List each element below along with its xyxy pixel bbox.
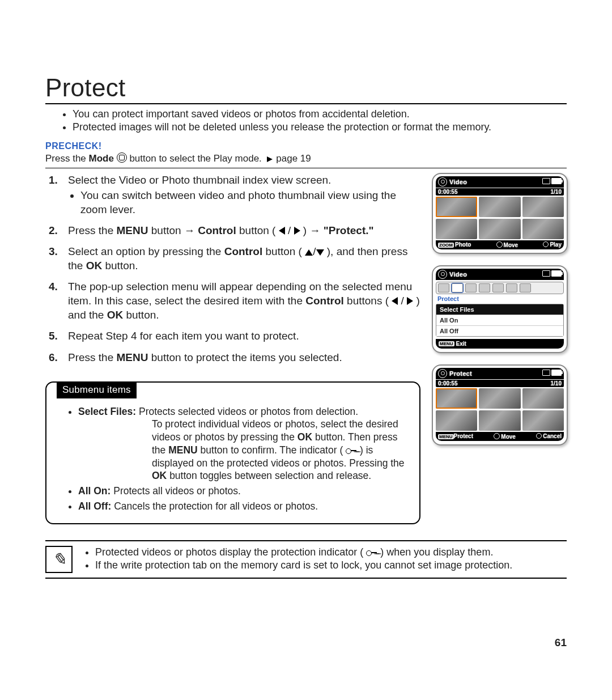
tab-icon: [479, 283, 490, 292]
submenu-select-files: Select Files: Protects selected videos o…: [78, 405, 408, 483]
text: button (: [266, 245, 302, 257]
menu-chip-icon: MENU: [439, 341, 454, 346]
thumbnail: [522, 219, 564, 239]
label: All On:: [78, 485, 110, 497]
screen-header: Video: [436, 176, 564, 188]
text: ) →: [303, 224, 324, 236]
submenu-all-on: All On: Protects all videos or photos.: [78, 485, 408, 498]
control-word: Control: [224, 245, 263, 257]
count-text: 1/10: [551, 189, 562, 195]
card-icon: [542, 178, 550, 184]
screen-strip: 0:00:55 1/10: [436, 380, 564, 387]
thumbnail: [522, 410, 564, 431]
text: Protects selected videos or photos from …: [139, 406, 358, 417]
ok-word: OK: [107, 309, 124, 321]
step-4: The pop-up selection menu will appear de…: [45, 279, 420, 322]
label: Select Files:: [78, 406, 136, 417]
thumbnail: [479, 410, 520, 431]
submenu-box: Submenu items Select Files: Protects sel…: [45, 381, 420, 524]
page-number: 61: [555, 637, 567, 649]
step-1: Select the Video or Photo thumbnail inde…: [45, 173, 420, 217]
ok-word: OK: [86, 260, 103, 271]
fourway-icon: [494, 433, 500, 439]
control-word: Control: [305, 295, 344, 307]
note-icon: ✎: [45, 546, 73, 573]
note-block: ✎ Protected videos or photos display the…: [45, 540, 567, 579]
tab-icon: [520, 283, 531, 292]
text: Cancels the protection for all videos or…: [114, 500, 318, 512]
note-item: If the write protection tab on the memor…: [95, 559, 512, 572]
battery-icon: [551, 178, 562, 184]
tab-icon: [452, 283, 463, 292]
text: ) when you display them.: [380, 546, 493, 558]
right-triangle-icon: [407, 297, 413, 305]
submenu-all-off: All Off: Cancels the protection for all …: [78, 500, 408, 513]
tab-icon: [465, 283, 477, 292]
thumbnail-grid: [436, 388, 564, 431]
count-text: 1/10: [551, 380, 562, 387]
header-text: Protect: [449, 370, 472, 377]
fourway-icon: [496, 241, 503, 248]
text: Press the: [45, 153, 89, 164]
footer-text: Cancel: [543, 433, 562, 439]
camera-icon: [438, 270, 447, 279]
menu-chip-icon: MENU: [438, 434, 454, 439]
right-triangle-icon: [294, 227, 300, 235]
step-2: Press the MENU button → Control button (…: [45, 223, 420, 237]
exit-text: Exit: [456, 341, 466, 347]
menu-options: Select Files All On All Off: [436, 304, 564, 337]
text: button toggles between selection and rel…: [169, 470, 371, 481]
mode-icon: [117, 152, 127, 163]
step-1-sub: You can switch between video and photo t…: [80, 188, 420, 217]
protect-word: "Protect.": [324, 224, 374, 236]
tab-icon: [492, 283, 504, 292]
page-ref: page 19: [276, 153, 311, 164]
menu-word: MENU: [117, 351, 148, 363]
thumbnail: [479, 388, 520, 409]
tab-icon: [438, 283, 449, 292]
intro-bullets: You can protect important saved videos o…: [45, 108, 567, 134]
menu-word: MENU: [117, 224, 148, 236]
up-triangle-icon: [305, 249, 313, 256]
time-text: 0:00:55: [438, 189, 457, 195]
footer-text: Move: [504, 242, 518, 248]
thumbnail: [436, 197, 477, 217]
text: button →: [151, 224, 198, 236]
battery-icon: [551, 270, 562, 277]
screen-header: Protect: [436, 368, 564, 379]
screen-header: Video: [436, 269, 564, 280]
mode-word: Mode: [89, 153, 114, 164]
time-text: 0:00:55: [438, 380, 457, 387]
card-icon: [542, 370, 550, 376]
camera-icon: [438, 177, 447, 186]
control-word: Control: [198, 224, 236, 236]
thumbnail: [479, 219, 520, 239]
key-icon: [346, 447, 357, 454]
label: All Off:: [78, 500, 111, 512]
screen-strip: 0:00:55 1/10: [436, 188, 564, 196]
left-triangle-icon: [392, 297, 398, 305]
left-triangle-icon: [279, 227, 285, 235]
footer-text: Photo: [455, 241, 471, 248]
text: Protected videos or photos display the p…: [95, 546, 366, 558]
thumbnail: [479, 197, 520, 217]
text: button to select the Play mode.: [129, 153, 264, 164]
protect-label: Protect: [436, 294, 564, 303]
thumbnail: [436, 219, 477, 239]
header-text: Video: [449, 271, 467, 278]
ok-icon: [536, 433, 542, 439]
thumbnail: [436, 388, 477, 409]
menu-option: All Off: [436, 325, 563, 336]
text: buttons (: [347, 295, 389, 307]
text: Press the: [68, 351, 117, 363]
text: Press the: [68, 224, 117, 236]
text: button.: [126, 309, 159, 321]
text: Select the Video or Photo thumbnail inde…: [68, 174, 331, 186]
text: button (: [239, 224, 275, 236]
intro-bullet: You can protect important saved videos o…: [73, 108, 567, 121]
menu-option: Select Files: [436, 304, 563, 315]
screen-footer: MENU Exit: [436, 339, 564, 349]
precheck-text: Press the Mode button to select the Play…: [45, 152, 567, 168]
thumbnail-grid: [436, 197, 564, 239]
footer-text: Move: [501, 434, 516, 440]
